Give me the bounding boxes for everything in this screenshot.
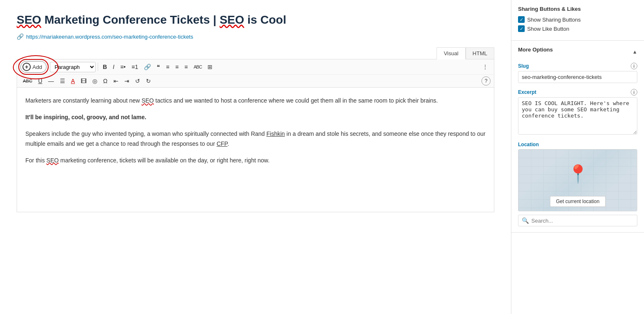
location-field-group: Location 📍 Get current location 🔍 [518, 142, 637, 226]
fishkin-name: Fishkin [266, 130, 285, 137]
more-options-button[interactable]: ⋮ [480, 62, 491, 71]
post-url[interactable]: https://mariakeenan.wordpress.com/seo-ma… [26, 34, 193, 40]
map-container: 📍 Get current location [518, 149, 637, 211]
slug-input[interactable] [518, 71, 637, 83]
post-title: SEO Marketing Conference Tickets | SEO i… [17, 12, 494, 27]
more-options-section: More Options ▲ Slug i Excerpt i SEO IS C… [511, 41, 644, 233]
chain-icon: 🔗 [17, 33, 24, 40]
editor-tabs: Visual HTML [17, 47, 494, 59]
cfp-abbr: CFP [217, 140, 227, 147]
map-pin-icon: 📍 [567, 165, 589, 183]
content-bold-line: It'll be inspiring, cool, groovy, and no… [25, 113, 486, 123]
add-circle-icon: + [22, 63, 31, 71]
eraser-button[interactable]: ◎ [90, 76, 100, 86]
sharing-checkbox-icon: ✓ [518, 16, 525, 23]
unordered-list-button[interactable]: ≡• [118, 62, 128, 71]
content-paragraph-3: For this SEO marketing conference, ticke… [25, 156, 486, 166]
like-checkbox-icon: ✓ [518, 25, 525, 32]
location-search-input[interactable] [531, 218, 634, 224]
more-options-header[interactable]: More Options ▲ [518, 47, 637, 57]
align-center-button[interactable]: ≡ [173, 62, 181, 71]
get-location-button[interactable]: Get current location [550, 196, 606, 207]
search-icon: 🔍 [522, 217, 529, 224]
content-paragraph-1: Marketers are constantly learning about … [25, 96, 486, 106]
underline-button[interactable]: U [36, 76, 45, 86]
align-right-button[interactable]: ≡ [182, 62, 190, 71]
sharing-section: Sharing Buttons & Likes ✓ Show Sharing B… [511, 0, 644, 41]
add-button[interactable]: + Add [20, 61, 47, 73]
tab-visual[interactable]: Visual [437, 47, 465, 59]
add-label: Add [32, 64, 42, 70]
show-like-button-label: Show Like Button [527, 26, 569, 32]
seo-word-1: SEO [141, 97, 154, 104]
tab-html[interactable]: HTML [466, 47, 494, 59]
text-color-button[interactable]: A [69, 76, 77, 86]
ordered-list-button[interactable]: ≡1 [129, 62, 141, 71]
show-sharing-buttons-row[interactable]: ✓ Show Sharing Buttons [518, 16, 637, 23]
collapse-arrow-icon: ▲ [632, 49, 637, 55]
show-like-button-row[interactable]: ✓ Show Like Button [518, 25, 637, 32]
link-button[interactable]: 🔗 [141, 62, 153, 71]
help-button[interactable]: ? [481, 76, 491, 86]
add-btn-wrapper: + Add [20, 61, 47, 73]
editor-toolbar: + Add Paragraph Heading 1 Heading 2 Head… [17, 59, 494, 88]
excerpt-textarea[interactable]: SEO IS COOL ALRIGHT. Here's where you ca… [518, 97, 637, 135]
sidebar: Sharing Buttons & Likes ✓ Show Sharing B… [511, 0, 644, 314]
location-label: Location [518, 142, 637, 147]
show-sharing-buttons-label: Show Sharing Buttons [527, 17, 581, 23]
strikethrough-button[interactable]: ABC [20, 77, 35, 85]
bold-sentence: It'll be inspiring, cool, groovy, and no… [25, 114, 146, 120]
redo-button[interactable]: ↻ [143, 76, 153, 86]
table-button[interactable]: ⊞ [205, 62, 215, 71]
sharing-section-title: Sharing Buttons & Likes [518, 6, 637, 12]
undo-button[interactable]: ↺ [133, 76, 143, 86]
toolbar-sep-1 [98, 63, 98, 71]
media-button[interactable]: 🎞 [78, 76, 89, 86]
spell-check-button[interactable]: ABC [191, 63, 205, 71]
slug-field-group: Slug i [518, 63, 637, 83]
justify-button[interactable]: ☰ [57, 76, 68, 86]
italic-button[interactable]: I [110, 62, 117, 71]
editor-content[interactable]: Marketers are constantly learning about … [17, 88, 494, 212]
content-paragraph-2: Speakers include the guy who invented ty… [25, 129, 486, 149]
hr-button[interactable]: — [46, 76, 57, 86]
excerpt-info-icon[interactable]: i [631, 89, 637, 96]
location-search-row: 🔍 [518, 215, 637, 226]
seo-word-2: SEO [47, 157, 59, 164]
align-left-button[interactable]: ≡ [163, 62, 172, 71]
excerpt-field-group: Excerpt i SEO IS COOL ALRIGHT. Here's wh… [518, 89, 637, 136]
blockquote-button[interactable]: ❝ [154, 62, 163, 71]
slug-info-icon[interactable]: i [631, 63, 637, 69]
excerpt-label: Excerpt i [518, 89, 637, 96]
toolbar-row-1: + Add Paragraph Heading 1 Heading 2 Head… [17, 59, 494, 75]
post-url-bar: 🔗 https://mariakeenan.wordpress.com/seo-… [17, 33, 494, 40]
indent-button[interactable]: ⇥ [122, 76, 132, 86]
bold-button[interactable]: B [100, 62, 109, 71]
toolbar-row-2: ABC U — ☰ A 🎞 ◎ Ω ⇤ ⇥ ↺ ↻ ? [17, 75, 494, 87]
special-chars-button[interactable]: Ω [101, 76, 110, 86]
slug-label: Slug i [518, 63, 637, 69]
format-select[interactable]: Paragraph Heading 1 Heading 2 Heading 3 … [50, 62, 96, 72]
more-options-title: More Options [518, 47, 553, 53]
outdent-button[interactable]: ⇤ [111, 76, 121, 86]
